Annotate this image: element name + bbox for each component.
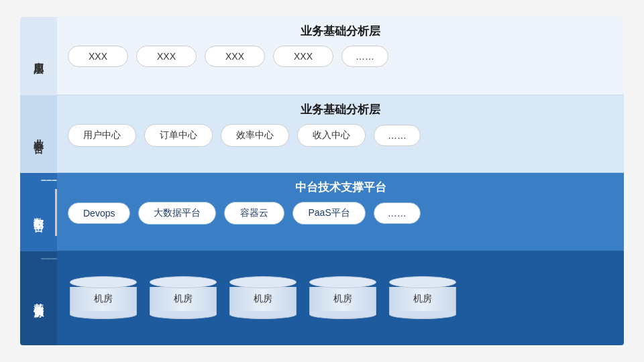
data-ellipsis: …… <box>374 202 421 224</box>
data-layer-row: 数 据 中 台 中台技术支撑平台 Devops 大数据平台 容器云 PaaS平台… <box>20 173 624 251</box>
cylinder-4: 机房 <box>387 276 458 319</box>
app-layer-label: 应 用 层 <box>20 17 57 95</box>
cylinder-4-top <box>389 276 456 288</box>
app-card-1: XXX <box>136 46 197 67</box>
data-card-0: Devops <box>68 202 130 224</box>
cylinder-0: 机房 <box>68 276 138 319</box>
data-card-3: PaaS平台 <box>292 202 365 225</box>
biz-layer-cards: 用户中心 订单中心 效率中心 收入中心 …… <box>68 124 613 147</box>
biz-card-3: 收入中心 <box>297 124 366 147</box>
cylinder-2: 机房 <box>227 276 298 319</box>
data-layer-title: 中台技术支撑平台 <box>68 180 613 195</box>
data-card-1: 大数据平台 <box>138 202 216 225</box>
architecture-diagram: 应 用 层 业务基础分析层 XXX XXX XXX XXX …… 业 务 中 台… <box>20 17 624 345</box>
app-layer-content: 业务基础分析层 XXX XXX XXX XXX …… <box>57 17 624 95</box>
biz-layer-title: 业务基础分析层 <box>68 102 613 117</box>
cylinder-4-body: 机房 <box>389 287 456 311</box>
app-layer-row: 应 用 层 业务基础分析层 XXX XXX XXX XXX …… <box>20 17 624 95</box>
infra-layer-row: 基 础 资 源 机房 <box>20 251 624 345</box>
cylinder-4-bottom <box>389 310 456 319</box>
biz-layer-content: 业务基础分析层 用户中心 订单中心 效率中心 收入中心 …… <box>57 95 624 174</box>
cylinder-0-bottom <box>70 310 137 319</box>
app-layer-title: 业务基础分析层 <box>68 23 613 39</box>
cylinder-3: 机房 <box>307 276 378 319</box>
cylinder-2-top <box>229 276 297 288</box>
cylinder-1-bottom <box>150 310 217 319</box>
infra-layer-content: 机房 机房 机房 <box>57 251 624 345</box>
data-card-2: 容器云 <box>224 202 284 225</box>
biz-card-1: 订单中心 <box>144 124 213 147</box>
cylinder-1-top <box>150 276 217 288</box>
data-layer-label: 数 据 中 台 <box>20 173 57 251</box>
cylinder-3-bottom <box>309 310 376 319</box>
cylinder-3-body: 机房 <box>309 287 376 311</box>
infra-layer-label: 基 础 资 源 <box>20 251 57 345</box>
data-layer-cards: Devops 大数据平台 容器云 PaaS平台 …… <box>68 202 613 225</box>
app-ellipsis: …… <box>341 46 388 67</box>
app-card-0: XXX <box>68 46 128 67</box>
app-card-3: XXX <box>273 46 333 67</box>
cylinder-0-body: 机房 <box>70 287 137 311</box>
biz-layer-row: 业 务 中 台 业务基础分析层 用户中心 订单中心 效率中心 收入中心 …… <box>20 95 624 174</box>
cylinder-2-bottom <box>229 310 297 319</box>
infra-cylinders: 机房 机房 机房 <box>68 274 613 322</box>
data-layer-content: 中台技术支撑平台 Devops 大数据平台 容器云 PaaS平台 …… <box>57 173 624 251</box>
biz-ellipsis: …… <box>374 125 421 146</box>
cylinder-3-top <box>309 276 376 288</box>
cylinder-1-body: 机房 <box>150 287 217 311</box>
biz-card-0: 用户中心 <box>68 124 136 147</box>
app-layer-cards: XXX XXX XXX XXX …… <box>68 46 613 67</box>
app-card-2: XXX <box>205 46 265 67</box>
biz-layer-label: 业 务 中 台 <box>20 95 57 174</box>
cylinder-0-top <box>70 276 137 288</box>
biz-card-2: 效率中心 <box>221 124 289 147</box>
cylinder-1: 机房 <box>148 276 218 319</box>
cylinder-2-body: 机房 <box>229 287 297 311</box>
